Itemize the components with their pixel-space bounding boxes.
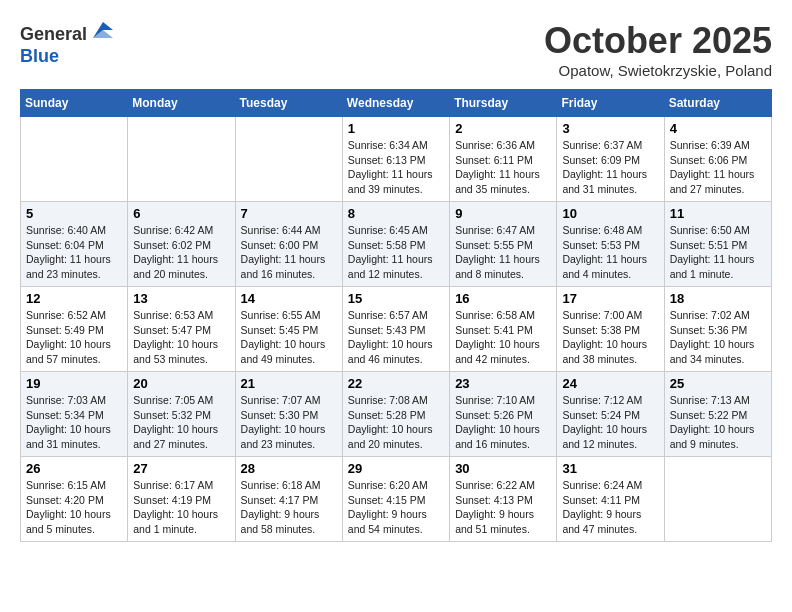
day-info: Sunrise: 6:57 AM Sunset: 5:43 PM Dayligh… <box>348 308 444 367</box>
calendar-cell: 17Sunrise: 7:00 AM Sunset: 5:38 PM Dayli… <box>557 287 664 372</box>
calendar-cell: 7Sunrise: 6:44 AM Sunset: 6:00 PM Daylig… <box>235 202 342 287</box>
day-number: 12 <box>26 291 122 306</box>
day-number: 25 <box>670 376 766 391</box>
day-number: 27 <box>133 461 229 476</box>
day-info: Sunrise: 7:02 AM Sunset: 5:36 PM Dayligh… <box>670 308 766 367</box>
calendar-cell: 31Sunrise: 6:24 AM Sunset: 4:11 PM Dayli… <box>557 457 664 542</box>
calendar-cell: 19Sunrise: 7:03 AM Sunset: 5:34 PM Dayli… <box>21 372 128 457</box>
day-number: 18 <box>670 291 766 306</box>
header-tuesday: Tuesday <box>235 90 342 117</box>
day-number: 28 <box>241 461 337 476</box>
day-number: 9 <box>455 206 551 221</box>
day-info: Sunrise: 7:03 AM Sunset: 5:34 PM Dayligh… <box>26 393 122 452</box>
calendar-cell <box>128 117 235 202</box>
header-saturday: Saturday <box>664 90 771 117</box>
calendar-cell: 15Sunrise: 6:57 AM Sunset: 5:43 PM Dayli… <box>342 287 449 372</box>
day-number: 29 <box>348 461 444 476</box>
logo-general: General <box>20 24 87 44</box>
day-info: Sunrise: 7:10 AM Sunset: 5:26 PM Dayligh… <box>455 393 551 452</box>
calendar-cell: 12Sunrise: 6:52 AM Sunset: 5:49 PM Dayli… <box>21 287 128 372</box>
header-friday: Friday <box>557 90 664 117</box>
calendar-cell: 13Sunrise: 6:53 AM Sunset: 5:47 PM Dayli… <box>128 287 235 372</box>
day-info: Sunrise: 6:47 AM Sunset: 5:55 PM Dayligh… <box>455 223 551 282</box>
day-number: 6 <box>133 206 229 221</box>
calendar-cell: 18Sunrise: 7:02 AM Sunset: 5:36 PM Dayli… <box>664 287 771 372</box>
day-info: Sunrise: 6:17 AM Sunset: 4:19 PM Dayligh… <box>133 478 229 537</box>
calendar-cell: 30Sunrise: 6:22 AM Sunset: 4:13 PM Dayli… <box>450 457 557 542</box>
day-number: 19 <box>26 376 122 391</box>
calendar-cell: 26Sunrise: 6:15 AM Sunset: 4:20 PM Dayli… <box>21 457 128 542</box>
calendar-cell: 3Sunrise: 6:37 AM Sunset: 6:09 PM Daylig… <box>557 117 664 202</box>
header-sunday: Sunday <box>21 90 128 117</box>
location-subtitle: Opatow, Swietokrzyskie, Poland <box>544 62 772 79</box>
day-info: Sunrise: 6:18 AM Sunset: 4:17 PM Dayligh… <box>241 478 337 537</box>
calendar-cell <box>235 117 342 202</box>
calendar-week-row: 12Sunrise: 6:52 AM Sunset: 5:49 PM Dayli… <box>21 287 772 372</box>
month-title: October 2025 <box>544 20 772 62</box>
day-number: 7 <box>241 206 337 221</box>
calendar-cell: 16Sunrise: 6:58 AM Sunset: 5:41 PM Dayli… <box>450 287 557 372</box>
logo: General Blue <box>20 20 113 67</box>
day-number: 1 <box>348 121 444 136</box>
day-info: Sunrise: 6:55 AM Sunset: 5:45 PM Dayligh… <box>241 308 337 367</box>
calendar-header-row: SundayMondayTuesdayWednesdayThursdayFrid… <box>21 90 772 117</box>
day-number: 17 <box>562 291 658 306</box>
day-number: 11 <box>670 206 766 221</box>
logo-blue: Blue <box>20 46 59 66</box>
calendar-cell: 2Sunrise: 6:36 AM Sunset: 6:11 PM Daylig… <box>450 117 557 202</box>
calendar-week-row: 26Sunrise: 6:15 AM Sunset: 4:20 PM Dayli… <box>21 457 772 542</box>
day-number: 15 <box>348 291 444 306</box>
calendar-cell: 20Sunrise: 7:05 AM Sunset: 5:32 PM Dayli… <box>128 372 235 457</box>
day-info: Sunrise: 6:45 AM Sunset: 5:58 PM Dayligh… <box>348 223 444 282</box>
calendar-cell: 28Sunrise: 6:18 AM Sunset: 4:17 PM Dayli… <box>235 457 342 542</box>
header-monday: Monday <box>128 90 235 117</box>
calendar-cell: 22Sunrise: 7:08 AM Sunset: 5:28 PM Dayli… <box>342 372 449 457</box>
day-info: Sunrise: 7:12 AM Sunset: 5:24 PM Dayligh… <box>562 393 658 452</box>
calendar-table: SundayMondayTuesdayWednesdayThursdayFrid… <box>20 89 772 542</box>
day-info: Sunrise: 6:42 AM Sunset: 6:02 PM Dayligh… <box>133 223 229 282</box>
day-info: Sunrise: 6:58 AM Sunset: 5:41 PM Dayligh… <box>455 308 551 367</box>
day-info: Sunrise: 6:37 AM Sunset: 6:09 PM Dayligh… <box>562 138 658 197</box>
day-info: Sunrise: 6:52 AM Sunset: 5:49 PM Dayligh… <box>26 308 122 367</box>
day-info: Sunrise: 6:50 AM Sunset: 5:51 PM Dayligh… <box>670 223 766 282</box>
day-number: 3 <box>562 121 658 136</box>
day-info: Sunrise: 7:00 AM Sunset: 5:38 PM Dayligh… <box>562 308 658 367</box>
day-number: 31 <box>562 461 658 476</box>
calendar-cell <box>664 457 771 542</box>
day-info: Sunrise: 6:44 AM Sunset: 6:00 PM Dayligh… <box>241 223 337 282</box>
calendar-cell: 4Sunrise: 6:39 AM Sunset: 6:06 PM Daylig… <box>664 117 771 202</box>
day-info: Sunrise: 6:15 AM Sunset: 4:20 PM Dayligh… <box>26 478 122 537</box>
day-number: 8 <box>348 206 444 221</box>
calendar-week-row: 1Sunrise: 6:34 AM Sunset: 6:13 PM Daylig… <box>21 117 772 202</box>
title-block: October 2025 Opatow, Swietokrzyskie, Pol… <box>544 20 772 79</box>
day-number: 23 <box>455 376 551 391</box>
calendar-cell: 6Sunrise: 6:42 AM Sunset: 6:02 PM Daylig… <box>128 202 235 287</box>
calendar-cell: 25Sunrise: 7:13 AM Sunset: 5:22 PM Dayli… <box>664 372 771 457</box>
day-number: 30 <box>455 461 551 476</box>
calendar-week-row: 19Sunrise: 7:03 AM Sunset: 5:34 PM Dayli… <box>21 372 772 457</box>
calendar-cell: 14Sunrise: 6:55 AM Sunset: 5:45 PM Dayli… <box>235 287 342 372</box>
calendar-week-row: 5Sunrise: 6:40 AM Sunset: 6:04 PM Daylig… <box>21 202 772 287</box>
day-info: Sunrise: 6:36 AM Sunset: 6:11 PM Dayligh… <box>455 138 551 197</box>
calendar-cell: 10Sunrise: 6:48 AM Sunset: 5:53 PM Dayli… <box>557 202 664 287</box>
header-wednesday: Wednesday <box>342 90 449 117</box>
logo-icon <box>89 20 113 40</box>
day-info: Sunrise: 7:13 AM Sunset: 5:22 PM Dayligh… <box>670 393 766 452</box>
calendar-cell: 11Sunrise: 6:50 AM Sunset: 5:51 PM Dayli… <box>664 202 771 287</box>
day-info: Sunrise: 6:22 AM Sunset: 4:13 PM Dayligh… <box>455 478 551 537</box>
day-info: Sunrise: 6:53 AM Sunset: 5:47 PM Dayligh… <box>133 308 229 367</box>
calendar-cell: 29Sunrise: 6:20 AM Sunset: 4:15 PM Dayli… <box>342 457 449 542</box>
day-number: 21 <box>241 376 337 391</box>
day-number: 10 <box>562 206 658 221</box>
day-info: Sunrise: 6:24 AM Sunset: 4:11 PM Dayligh… <box>562 478 658 537</box>
calendar-cell: 9Sunrise: 6:47 AM Sunset: 5:55 PM Daylig… <box>450 202 557 287</box>
day-info: Sunrise: 6:34 AM Sunset: 6:13 PM Dayligh… <box>348 138 444 197</box>
day-info: Sunrise: 7:08 AM Sunset: 5:28 PM Dayligh… <box>348 393 444 452</box>
calendar-cell: 1Sunrise: 6:34 AM Sunset: 6:13 PM Daylig… <box>342 117 449 202</box>
day-number: 5 <box>26 206 122 221</box>
day-number: 24 <box>562 376 658 391</box>
calendar-cell: 8Sunrise: 6:45 AM Sunset: 5:58 PM Daylig… <box>342 202 449 287</box>
day-number: 2 <box>455 121 551 136</box>
day-number: 26 <box>26 461 122 476</box>
day-number: 16 <box>455 291 551 306</box>
